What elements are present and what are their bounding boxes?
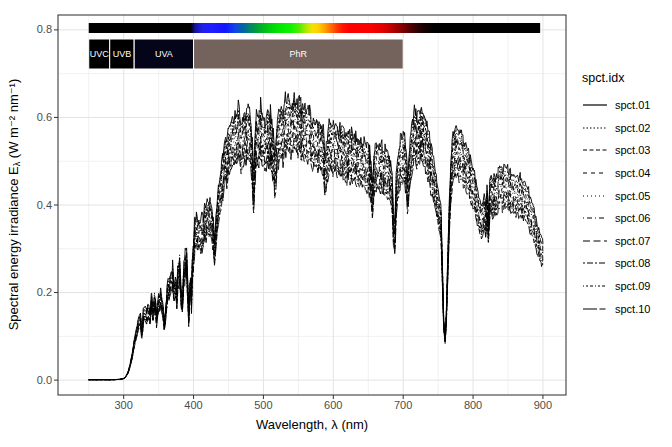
legend-key-line <box>582 143 608 157</box>
legend-entry-spct.04: spct.04 <box>582 162 672 185</box>
legend-key-line <box>582 256 608 270</box>
legend-key-line <box>582 98 608 112</box>
x-tick-label: 700 <box>383 399 423 412</box>
legend-label: spct.06 <box>615 212 650 224</box>
legend-label: spct.07 <box>615 235 650 247</box>
spectrum-color-bar <box>89 23 540 33</box>
x-tick-label: 800 <box>453 399 493 412</box>
legend-key-line <box>582 234 608 248</box>
x-axis-title: Wavelength, λ (nm) <box>162 417 462 432</box>
legend-key-line <box>582 121 608 135</box>
legend: spct.idx spct.01spct.02spct.03spct.04spc… <box>582 70 672 320</box>
legend-label: spct.05 <box>615 190 650 202</box>
legend-entries: spct.01spct.02spct.03spct.04spct.05spct.… <box>582 94 672 320</box>
waveband-label-uvb: UVB <box>113 49 132 59</box>
y-tick-label: 0.6 <box>16 111 52 124</box>
legend-label: spct.10 <box>615 303 650 315</box>
legend-entry-spct.10: spct.10 <box>582 297 672 320</box>
x-tick-label: 400 <box>174 399 214 412</box>
legend-entry-spct.08: spct.08 <box>582 252 672 275</box>
legend-label: spct.08 <box>615 257 650 269</box>
waveband-label-uvc: UVC <box>90 49 110 59</box>
figure: UVCUVBUVAPhR Spectral energy irradiance … <box>0 0 672 447</box>
y-axis-title-text: Spectral energy irradiance E <box>6 166 21 330</box>
plot-svg: UVCUVBUVAPhR <box>0 0 672 447</box>
legend-label: spct.03 <box>615 144 650 156</box>
legend-entry-spct.09: spct.09 <box>582 275 672 298</box>
waveband-guide: UVCUVBUVAPhR <box>89 39 403 69</box>
y-tick-label: 0.4 <box>16 199 52 212</box>
x-tick-label: 300 <box>104 399 144 412</box>
y-tick-label: 0.8 <box>16 23 52 36</box>
legend-key-line <box>582 166 608 180</box>
legend-entry-spct.03: spct.03 <box>582 139 672 162</box>
legend-label: spct.01 <box>615 99 650 111</box>
waveband-label-phr: PhR <box>290 49 308 59</box>
legend-entry-spct.06: spct.06 <box>582 207 672 230</box>
legend-entry-spct.01: spct.01 <box>582 94 672 117</box>
legend-key-line <box>582 279 608 293</box>
legend-key-line <box>582 211 608 225</box>
legend-entry-spct.05: spct.05 <box>582 184 672 207</box>
y-tick-label: 0.2 <box>16 286 52 299</box>
legend-label: spct.02 <box>615 122 650 134</box>
legend-entry-spct.07: spct.07 <box>582 230 672 253</box>
y-tick-label: 0.0 <box>16 374 52 387</box>
legend-label: spct.09 <box>615 280 650 292</box>
legend-entry-spct.02: spct.02 <box>582 117 672 140</box>
legend-title: spct.idx <box>582 70 672 86</box>
legend-key-line <box>582 189 608 203</box>
legend-label: spct.04 <box>615 167 650 179</box>
legend-key-line <box>582 302 608 316</box>
x-tick-label: 600 <box>313 399 353 412</box>
x-tick-label: 900 <box>523 399 563 412</box>
waveband-label-uva: UVA <box>155 49 173 59</box>
y-axis-title-subscript: λ <box>12 162 22 167</box>
x-tick-label: 500 <box>243 399 283 412</box>
